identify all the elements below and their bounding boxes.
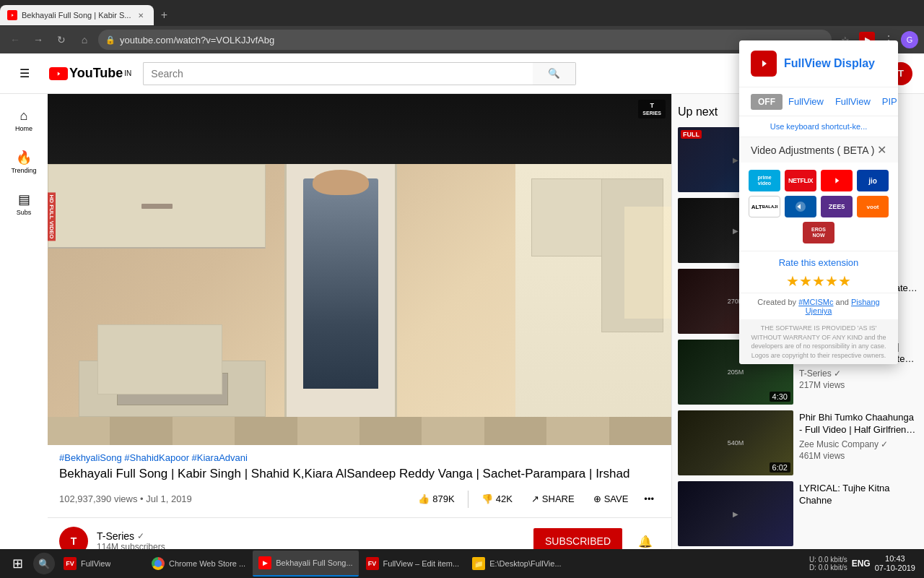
video-meta-row: 102,937,390 views • Jul 1, 2019 👍 879K	[59, 488, 660, 510]
subscriptions-icon: ▤	[18, 191, 30, 207]
thumbs-down-icon: 👎	[481, 493, 493, 504]
action-separator	[468, 491, 468, 508]
channel-name[interactable]: T-Series ✓	[97, 530, 525, 542]
network-speed: U: 0.0 kbit/s D: 0.0 kbit/s	[809, 556, 847, 571]
youtube-logo-icon	[49, 67, 68, 80]
taskbar-item-youtube[interactable]: ▶ Bekhayali Full Song...	[253, 551, 358, 577]
youtube-country-badge: IN	[124, 69, 131, 77]
video-card[interactable]: 540M 6:02 Phir Bhi Tumko Chaahunga - Ful…	[678, 410, 918, 475]
mode-pip-button[interactable]: PIP	[876, 93, 898, 110]
extension-logo	[751, 51, 777, 77]
video-player-inner: TSERIES HD FULL VIDEO	[48, 94, 671, 445]
tab-bar: Bekhayali Full Song | Kabir S... ✕ +	[0, 0, 924, 26]
share-button[interactable]: ↗ SHARE	[523, 488, 583, 510]
youtube-taskbar-icon: ▶	[258, 556, 271, 569]
more-actions-button[interactable]: •••	[638, 488, 660, 510]
video-duration: 6:02	[770, 462, 790, 473]
extension-title: FullView Display	[784, 57, 875, 70]
download-speed: D: 0.0 kbit/s	[809, 564, 847, 571]
zee5-icon[interactable]: ZEE5	[821, 196, 853, 217]
video-tags[interactable]: #BekhyaliSong #ShahidKapoor #KiaraAdvani	[59, 452, 660, 463]
jio-icon[interactable]: jio	[857, 170, 889, 191]
search-bar: 🔍	[143, 62, 576, 85]
prime-video-icon[interactable]: primevideo	[749, 170, 780, 191]
tab-favicon	[7, 10, 17, 20]
like-button[interactable]: 👍 879K	[409, 488, 463, 510]
language-indicator[interactable]: ENG	[852, 558, 871, 569]
start-button[interactable]: ⊞	[3, 551, 32, 577]
mode-buttons: OFF FullView FullView PIP	[739, 87, 898, 116]
forward-button[interactable]: →	[29, 30, 48, 49]
video-actions: 👍 879K 👎 42K ↗ SHARE	[409, 488, 660, 510]
taskbar-item-fullview-edit[interactable]: FV FullView – Edit item...	[360, 551, 466, 577]
card-thumbnail: 540M 6:02	[678, 410, 793, 475]
video-title: Bekhayali Full Song | Kabir Singh | Shah…	[59, 466, 660, 482]
trending-icon: 🔥	[16, 150, 32, 165]
video-duration: 4:30	[770, 392, 790, 402]
search-input[interactable]	[143, 62, 533, 85]
youtube-icon[interactable]	[821, 170, 853, 191]
card-channel: T-Series ✓	[799, 368, 918, 379]
taskbar-item-chrome[interactable]: Chrome Web Store ...	[146, 551, 251, 577]
creator1-link[interactable]: #MCISMc	[798, 298, 833, 306]
sidebar-item-trending[interactable]: 🔥 Trending	[4, 142, 44, 182]
rate-section: Rate this extension ★★★★★	[739, 251, 898, 293]
share-icon: ↗	[531, 493, 539, 504]
video-adj-close-button[interactable]: ✕	[877, 143, 886, 157]
star-rating[interactable]: ★★★★★	[751, 272, 886, 290]
search-button[interactable]: 🔍	[533, 62, 576, 85]
video-views: 102,937,390 views • Jul 1, 2019	[59, 493, 192, 504]
new-tab-button[interactable]: +	[154, 5, 174, 25]
youtube-logo[interactable]: YouTube IN	[49, 66, 131, 81]
taskbar-item-explorer[interactable]: 📁 E:\Desktop\FullVie...	[466, 551, 567, 577]
alt-icon[interactable]: ALTBALAJI	[749, 196, 780, 217]
card-title: Phir Bhi Tumko Chaahunga - Full Video | …	[799, 412, 918, 436]
video-adjustments-section: Video Adjustments ( BETA ) ✕	[739, 137, 898, 163]
address-bar[interactable]: 🔒 youtube.com/watch?v=VOLKJJvfAbg	[98, 30, 832, 50]
shortcut-text: Use keyboard shortcut-ke...	[739, 116, 898, 137]
sidebar-item-subscriptions[interactable]: ▤ Subs	[4, 184, 44, 224]
dislike-button[interactable]: 👎 42K	[473, 488, 521, 510]
mode-fullview1-button[interactable]: FullView	[783, 93, 829, 110]
system-tray: U: 0.0 kbit/s D: 0.0 kbit/s ENG 10:43 07…	[803, 554, 921, 573]
video-card[interactable]: ▶ LYRICAL: Tujhe Kitna Chahne	[678, 481, 918, 546]
thumbnail-image: ▶	[678, 481, 793, 546]
thumbs-up-icon: 👍	[418, 493, 430, 504]
lock-icon: 🔒	[105, 35, 116, 45]
streaming-services: primevideo NETFLIX jio ALTBALAJI ZEE5 vo…	[739, 163, 898, 251]
youtube-logo-text: YouTube	[69, 66, 123, 81]
tab-close-button[interactable]: ✕	[135, 9, 147, 21]
card-channel: Zee Music Company ✓	[799, 439, 918, 449]
taskbar-search-button[interactable]: 🔍	[33, 553, 55, 574]
video-player[interactable]: TSERIES HD FULL VIDEO	[48, 94, 671, 445]
active-tab[interactable]: Bekhayali Full Song | Kabir S... ✕	[0, 5, 154, 25]
taskbar-item-fullview[interactable]: FV FullView	[58, 551, 144, 577]
mode-off-button[interactable]: OFF	[751, 94, 783, 110]
home-button[interactable]: ⌂	[75, 30, 94, 49]
profile-avatar[interactable]: G	[901, 31, 918, 48]
video-section: TSERIES HD FULL VIDEO #BekhyaliSong #Sha…	[48, 94, 671, 578]
fullview-taskbar-icon: FV	[64, 557, 77, 570]
chrome-taskbar-icon	[152, 557, 165, 570]
sony-icon[interactable]	[785, 196, 816, 217]
netflix-icon[interactable]: NETFLIX	[785, 170, 816, 191]
reload-button[interactable]: ↻	[52, 30, 71, 49]
mode-fullview2-button[interactable]: FullView	[829, 93, 876, 110]
card-info: LYRICAL: Tujhe Kitna Chahne	[799, 481, 918, 546]
hamburger-menu-button[interactable]: ☰	[12, 61, 38, 87]
taskbar-fullview-edit-label: FullView – Edit item...	[383, 559, 460, 568]
date-display: 07-10-2019	[875, 564, 915, 573]
verified-icon: ✓	[137, 531, 144, 541]
voot-icon[interactable]: voot	[857, 196, 889, 217]
card-info: Phir Bhi Tumko Chaahunga - Full Video | …	[799, 410, 918, 475]
save-button[interactable]: ⊕ SAVE	[585, 488, 637, 510]
sidebar-item-home[interactable]: ⌂ Home	[4, 100, 44, 140]
time-display: 10:43	[885, 554, 905, 564]
eros-icon[interactable]: EROSNOW	[803, 222, 834, 243]
sidebar-home-label: Home	[15, 125, 32, 132]
tab-title: Bekhayali Full Song | Kabir S...	[22, 11, 131, 20]
fullview-badge: FULL	[681, 130, 702, 139]
datetime-display[interactable]: 10:43 07-10-2019	[875, 554, 915, 573]
back-button[interactable]: ←	[6, 30, 25, 49]
sidebar: ⌂ Home 🔥 Trending ▤ Subs	[0, 94, 48, 578]
